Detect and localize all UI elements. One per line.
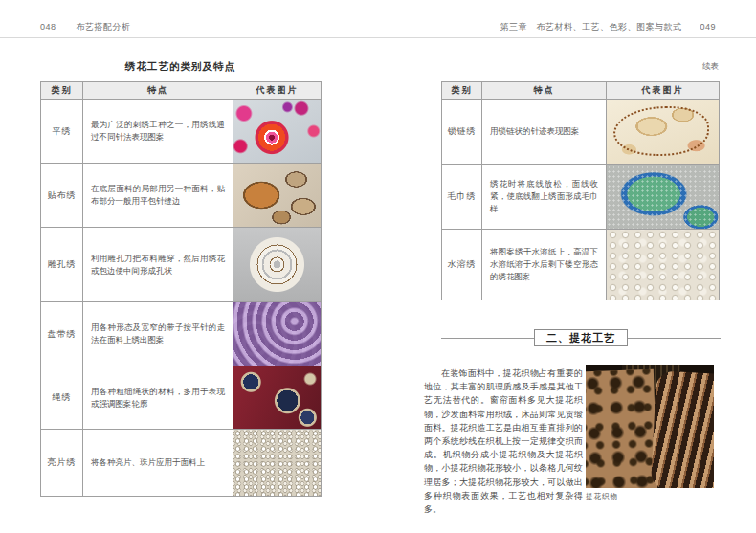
table-row: 绳绣 用各种粗细绳状的材料，多用于表现或强调图案轮廓 <box>41 366 322 430</box>
page-number-left: 048 <box>40 22 56 32</box>
continued-table-label: 续表 <box>441 61 719 73</box>
chapter-title: 第三章 布艺材料、工艺、色彩、图案与款式 <box>500 22 681 32</box>
table-row: 贴布绣 在底层面料的局部用另一种面料，贴布部分一般用平包针缝边 <box>41 164 322 228</box>
feature-cell: 绣花时将底线放松，面线收紧，使底线翻上绣面形成毛巾样 <box>482 165 607 230</box>
category-cell: 雕孔绣 <box>41 228 83 302</box>
col-header-feature: 特点 <box>83 82 233 100</box>
category-cell: 水溶绣 <box>442 230 482 300</box>
col-header-image: 代表图片 <box>233 82 322 100</box>
category-cell: 亮片绣 <box>41 430 83 497</box>
embroidery-table-right: 类别 特点 代表图片 锁链绣 用锁链状的针迹表现图案 毛巾绣 绣花时将底线放松，… <box>441 81 720 300</box>
table-row: 水溶绣 将图案绣于水溶纸上，高温下水溶纸溶于水后剩下镂空形态的绣花图案 <box>442 230 720 300</box>
col-header-image: 代表图片 <box>607 82 720 100</box>
cord-embroidery-image <box>233 366 321 429</box>
col-header-category: 类别 <box>41 82 83 100</box>
ribbon-embroidery-image <box>233 302 321 366</box>
embroidery-table-left: 类别 特点 代表图片 平绣 最为广泛的刺绣工种之一，用绣线通过不同针法表现图案 … <box>40 81 322 497</box>
towel-stitch-embroidery-image <box>607 165 719 229</box>
table-row: 雕孔绣 利用雕孔刀把布料雕穿，然后用绣花或包边使中间形成孔状 <box>41 228 322 302</box>
table-row: 盘带绣 用各种形态及宽窄的带子按平针的走法在面料上绣出图案 <box>41 302 322 366</box>
table-header-row: 类别 特点 代表图片 <box>442 82 720 100</box>
sequin-embroidery-image <box>233 430 321 496</box>
section-heading-jacquard: 二、提花工艺 <box>441 329 721 346</box>
feature-cell: 用各种粗细绳状的材料，多用于表现或强调图案轮廓 <box>83 366 233 430</box>
category-cell: 盘带绣 <box>41 302 83 366</box>
running-header-right: 第三章 布艺材料、工艺、色彩、图案与款式 049 <box>500 21 716 33</box>
col-header-category: 类别 <box>442 82 482 100</box>
header-divider <box>0 37 756 38</box>
page-number-right: 049 <box>700 22 716 32</box>
striped-fabric-swatch <box>651 370 714 488</box>
water-soluble-lace-image <box>607 230 719 300</box>
feature-cell: 用各种形态及宽窄的带子按平针的走法在面料上绣出图案 <box>83 302 233 366</box>
feature-cell: 用锁链状的针迹表现图案 <box>482 100 607 165</box>
book-spread: 048 布艺搭配分析 第三章 布艺材料、工艺、色彩、图案与款式 049 绣花工艺… <box>0 0 756 533</box>
table-header-row: 类别 特点 代表图片 <box>41 82 322 100</box>
table-row: 亮片绣 将各种亮片、珠片应用于面料上 <box>41 430 322 497</box>
feature-cell: 最为广泛的刺绣工种之一，用绣线通过不同针法表现图案 <box>83 100 233 164</box>
table-title: 绣花工艺的类别及特点 <box>40 60 321 74</box>
jacquard-fabric-photo <box>586 365 714 488</box>
chain-stitch-embroidery-image <box>607 100 719 164</box>
jacquard-paragraph: 在装饰面料中，提花织物占有重要的地位，其丰富的肌理质感及手感是其他工艺无法替代的… <box>424 366 583 516</box>
flat-embroidery-image <box>233 100 321 163</box>
table-row: 平绣 最为广泛的刺绣工种之一，用绣线通过不同针法表现图案 <box>41 100 322 164</box>
category-cell: 锁链绣 <box>442 100 482 165</box>
damask-fabric-swatch <box>586 369 658 488</box>
section-heading-box: 二、提花工艺 <box>534 329 628 346</box>
feature-cell: 将各种亮片、珠片应用于面料上 <box>83 430 233 497</box>
category-cell: 绳绣 <box>41 366 83 430</box>
feature-cell: 在底层面料的局部用另一种面料，贴布部分一般用平包针缝边 <box>83 164 233 228</box>
feature-cell: 利用雕孔刀把布料雕穿，然后用绣花或包边使中间形成孔状 <box>83 228 233 302</box>
running-header-left: 048 布艺搭配分析 <box>40 21 131 33</box>
col-header-feature: 特点 <box>482 82 607 100</box>
cutwork-embroidery-image <box>233 228 321 301</box>
category-cell: 毛巾绣 <box>442 165 482 230</box>
table-row: 毛巾绣 绣花时将底线放松，面线收紧，使底线翻上绣面形成毛巾样 <box>442 165 720 230</box>
figure-caption: 提花织物 <box>586 492 618 501</box>
category-cell: 平绣 <box>41 100 83 164</box>
feature-cell: 将图案绣于水溶纸上，高温下水溶纸溶于水后剩下镂空形态的绣花图案 <box>482 230 607 300</box>
table-row: 锁链绣 用锁链状的针迹表现图案 <box>442 100 720 165</box>
category-cell: 贴布绣 <box>41 164 83 228</box>
running-title-left: 布艺搭配分析 <box>77 22 131 32</box>
applique-embroidery-image <box>233 164 321 227</box>
